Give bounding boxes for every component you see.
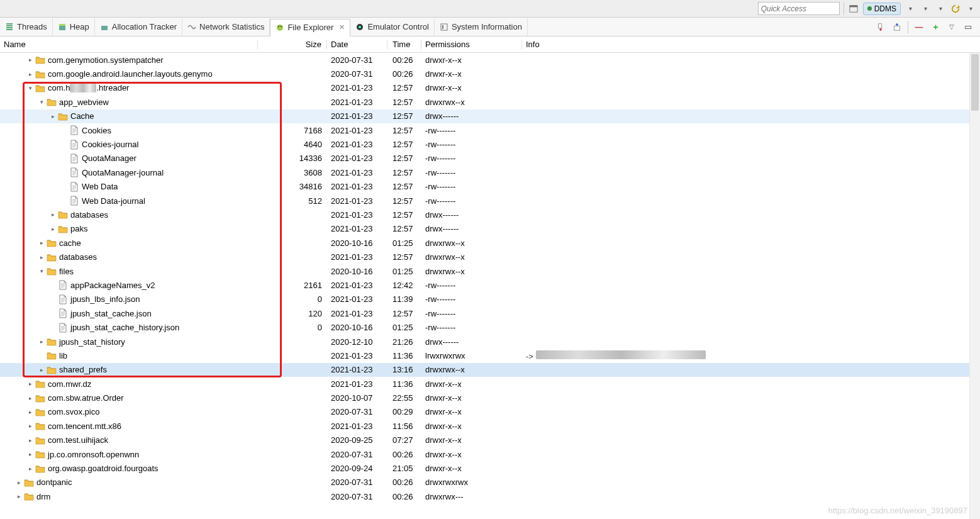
file-tree[interactable]: ▸com.genymotion.systempatcher2020-07-310… [0, 53, 980, 519]
table-row[interactable]: ▾com.h.htreader2021-01-2312:57drwxr-x--x [0, 81, 980, 95]
toolbar-menu-5[interactable]: ▾ [965, 3, 976, 15]
table-row[interactable]: ▸drm2020-07-3100:26drwxrwx--- [0, 489, 980, 503]
table-row[interactable]: ▸paks2021-01-2312:57drwx------ [0, 222, 980, 236]
table-row[interactable]: ▸com.sbw.atrue.Order2020-10-0722:55drwxr… [0, 391, 980, 405]
cell-permissions: -rw------- [421, 196, 522, 206]
folder-icon [47, 266, 57, 276]
tab-allocation-tracker[interactable]: Allocation Tracker [95, 18, 182, 36]
col-info[interactable]: Info [522, 40, 969, 49]
tab-threads[interactable]: Threads [0, 18, 53, 36]
tab-emulator-control[interactable]: Emulator Control [350, 18, 435, 36]
table-row[interactable]: ▸databases2021-01-2312:57drwxrwx--x [0, 250, 980, 264]
file-icon [69, 196, 79, 206]
table-row[interactable]: QuotaManager143362021-01-2312:57-rw-----… [0, 152, 980, 165]
redacted-text [536, 350, 706, 359]
col-size[interactable]: Size [258, 40, 327, 49]
table-row[interactable]: ▸cache2020-10-1601:25drwxrwx--x [0, 236, 980, 250]
col-date[interactable]: Date [327, 40, 387, 49]
item-name: jpush_stat_cache_history.json [70, 323, 179, 332]
table-row[interactable]: ▸com.tencent.mtt.x862021-01-2311:56drwxr… [0, 419, 980, 433]
table-row[interactable]: Web Data348162021-01-2312:57-rw------- [0, 180, 980, 194]
table-row[interactable]: QuotaManager-journal36082021-01-2312:57-… [0, 165, 980, 179]
table-row[interactable]: ▸org.owasp.goatdroid.fourgoats2020-09-24… [0, 461, 980, 475]
table-row[interactable]: ▸com.genymotion.systempatcher2020-07-310… [0, 53, 980, 67]
table-row[interactable]: Cookies-journal46402021-01-2312:57-rw---… [0, 137, 980, 151]
chevron-right-icon[interactable]: ▸ [26, 395, 34, 401]
svg-point-9 [359, 26, 361, 28]
table-row[interactable]: ▸com.svox.pico2020-07-3100:29drwxr-x--x [0, 405, 980, 419]
folder-icon [47, 365, 57, 375]
cell-time: 00:26 [387, 450, 421, 459]
add-button[interactable]: ＋ [930, 21, 941, 33]
chevron-right-icon[interactable]: ▸ [49, 226, 57, 232]
chevron-right-icon[interactable]: ▸ [26, 466, 34, 472]
table-row[interactable]: ▸com.mwr.dz2021-01-2311:36drwxr-x--x [0, 377, 980, 391]
push-file-button[interactable] [891, 21, 903, 33]
tab-heap[interactable]: Heap [53, 18, 95, 36]
chevron-right-icon[interactable]: ▸ [38, 240, 45, 246]
chevron-right-icon[interactable]: ▸ [26, 451, 34, 457]
chevron-down-icon[interactable]: ▾ [38, 268, 45, 274]
chevron-right-icon[interactable]: ▸ [26, 71, 34, 77]
chevron-right-icon[interactable]: ▸ [49, 211, 57, 218]
tab-network-statistics[interactable]: Network Statistics [182, 18, 270, 36]
view-menu-button[interactable]: ▽ [946, 21, 957, 33]
chevron-down-icon[interactable]: ▾ [26, 85, 34, 91]
table-row[interactable]: jpush_stat_cache.json1202021-01-2312:57-… [0, 306, 980, 320]
chevron-right-icon[interactable]: ▸ [49, 113, 57, 120]
toolbar-menu-2[interactable]: ▾ [920, 3, 931, 15]
table-row[interactable]: ▸jp.co.omronsoft.openwnn2020-07-3100:26d… [0, 447, 980, 461]
perspective-ddms[interactable]: DDMS [863, 3, 901, 15]
folder-icon [35, 69, 45, 79]
open-perspective-button[interactable] [848, 3, 859, 15]
table-row[interactable]: ▸com.test.uihijack2020-09-2507:27drwxr-x… [0, 433, 980, 447]
close-icon[interactable]: ✕ [339, 23, 345, 31]
toolbar-separator [844, 3, 844, 15]
quick-access-input[interactable] [758, 2, 840, 15]
toolbar-menu-4[interactable] [950, 3, 961, 15]
toolbar-menu-3[interactable]: ▾ [935, 3, 946, 15]
table-row[interactable]: ▸databases2021-01-2312:57drwx------ [0, 208, 980, 221]
scrollbar-thumb[interactable] [971, 54, 979, 111]
cell-date: 2020-10-16 [327, 267, 387, 276]
minimize-view-button[interactable]: ▭ [962, 21, 974, 33]
chevron-right-icon[interactable]: ▸ [15, 479, 23, 486]
cell-time: 13:16 [387, 365, 421, 374]
table-row[interactable]: appPackageNames_v221612021-01-2312:42-rw… [0, 278, 980, 292]
table-row[interactable]: ▸com.google.android.launcher.layouts.gen… [0, 67, 980, 81]
table-row[interactable]: Cookies71682021-01-2312:57-rw------- [0, 123, 980, 137]
delete-button[interactable]: — [913, 21, 925, 33]
chevron-right-icon[interactable]: ▸ [26, 423, 34, 429]
table-row[interactable]: Web Data-journal5122021-01-2312:57-rw---… [0, 194, 980, 208]
table-row[interactable]: ▸shared_prefs2021-01-2313:16drwxrwx--x [0, 363, 980, 377]
chevron-right-icon[interactable]: ▸ [38, 338, 45, 345]
pull-file-button[interactable] [875, 21, 886, 33]
cell-date: 2021-01-23 [327, 224, 387, 233]
table-row[interactable]: ▾files2020-10-1601:25drwxrwx--x [0, 264, 980, 278]
cell-permissions: -rw------- [421, 323, 522, 332]
tab-file-explorer[interactable]: File Explorer ✕ [270, 19, 350, 36]
chevron-right-icon[interactable]: ▸ [26, 409, 34, 415]
table-row[interactable]: jpush_lbs_info.json02021-01-2311:39-rw--… [0, 293, 980, 306]
toolbar-menu-1[interactable]: ▾ [905, 3, 916, 15]
tab-system-information[interactable]: System Information [435, 18, 528, 36]
chevron-right-icon[interactable]: ▸ [26, 437, 34, 444]
heap-icon [58, 23, 67, 31]
table-row[interactable]: lib2021-01-2311:36lrwxrwxrwx-> [0, 349, 980, 362]
chevron-right-icon[interactable]: ▸ [38, 367, 45, 373]
col-time[interactable]: Time [387, 40, 421, 49]
chevron-right-icon[interactable]: ▸ [26, 381, 34, 387]
table-row[interactable]: ▸Cache2021-01-2312:57drwx------ [0, 109, 980, 123]
col-name[interactable]: Name [0, 40, 258, 49]
chevron-right-icon[interactable]: ▸ [15, 493, 23, 499]
chevron-down-icon[interactable]: ▾ [38, 99, 45, 105]
chevron-right-icon[interactable]: ▸ [26, 57, 34, 63]
vertical-scrollbar[interactable] [969, 53, 980, 519]
col-permissions[interactable]: Permissions [421, 40, 522, 49]
table-row[interactable]: ▾app_webview2021-01-2312:57drwxrwx--x [0, 95, 980, 109]
chevron-right-icon[interactable]: ▸ [38, 254, 45, 260]
table-row[interactable]: ▸jpush_stat_history2020-12-1021:26drwx--… [0, 335, 980, 349]
table-row[interactable]: jpush_stat_cache_history.json02020-10-16… [0, 320, 980, 334]
cell-date: 2020-07-31 [327, 407, 387, 416]
table-row[interactable]: ▸dontpanic2020-07-3100:26drwxrwxrwx [0, 476, 980, 489]
